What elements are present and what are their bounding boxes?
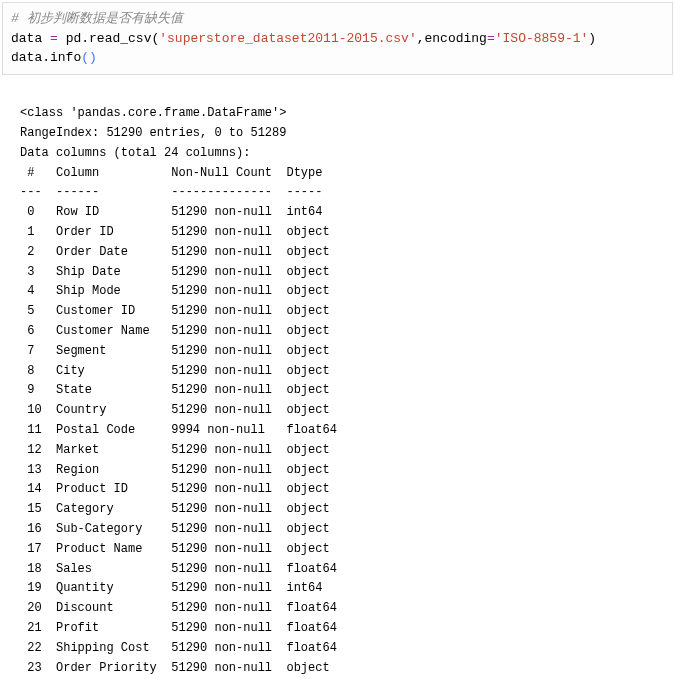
output-row: 8 City 51290 non-null object: [20, 364, 337, 378]
open-paren: (: [81, 50, 89, 65]
output-header: # Column Non-Null Count Dtype: [20, 166, 337, 180]
output-row: 7 Segment 51290 non-null object: [20, 344, 337, 358]
output-row: 11 Postal Code 9994 non-null float64: [20, 423, 337, 437]
output-row: 22 Shipping Cost 51290 non-null float64: [20, 641, 337, 655]
code-func: pd.read_csv(: [58, 31, 159, 46]
code-comment: # 初步判断数据是否有缺失值: [11, 11, 183, 26]
output-row: 21 Profit 51290 non-null float64: [20, 621, 337, 635]
output-row: 16 Sub-Category 51290 non-null object: [20, 522, 337, 536]
output-datacols: Data columns (total 24 columns):: [20, 146, 250, 160]
output-row: 18 Sales 51290 non-null float64: [20, 562, 337, 576]
output-cell: <class 'pandas.core.frame.DataFrame'> Ra…: [0, 77, 675, 680]
close-paren: ): [588, 31, 596, 46]
close-paren: ): [89, 50, 97, 65]
output-row: 23 Order Priority 51290 non-null object: [20, 661, 337, 675]
output-row: 12 Market 51290 non-null object: [20, 443, 337, 457]
output-row: 17 Product Name 51290 non-null object: [20, 542, 337, 556]
output-row: 6 Customer Name 51290 non-null object: [20, 324, 337, 338]
code-var: data: [11, 31, 50, 46]
output-row: 15 Category 51290 non-null object: [20, 502, 337, 516]
code-call: data.info: [11, 50, 81, 65]
string-literal: 'superstore_dataset2011-2015.csv': [159, 31, 416, 46]
output-row: 14 Product ID 51290 non-null object: [20, 482, 337, 496]
output-row: 1 Order ID 51290 non-null object: [20, 225, 337, 239]
output-row: 2 Order Date 51290 non-null object: [20, 245, 337, 259]
output-row: 9 State 51290 non-null object: [20, 383, 337, 397]
output-rangeindex: RangeIndex: 51290 entries, 0 to 51289: [20, 126, 286, 140]
output-row: 0 Row ID 51290 non-null int64: [20, 205, 337, 219]
assign-op: =: [50, 31, 58, 46]
output-row: 4 Ship Mode 51290 non-null object: [20, 284, 337, 298]
output-row: 19 Quantity 51290 non-null int64: [20, 581, 337, 595]
output-row: 20 Discount 51290 non-null float64: [20, 601, 337, 615]
output-row: 3 Ship Date 51290 non-null object: [20, 265, 337, 279]
assign-op: =: [487, 31, 495, 46]
code-text: ,encoding: [417, 31, 487, 46]
output-class: <class 'pandas.core.frame.DataFrame'>: [20, 106, 286, 120]
output-row: 10 Country 51290 non-null object: [20, 403, 337, 417]
output-row: 5 Customer ID 51290 non-null object: [20, 304, 337, 318]
output-divider: --- ------ -------------- -----: [20, 185, 337, 199]
output-row: 13 Region 51290 non-null object: [20, 463, 337, 477]
code-cell: # 初步判断数据是否有缺失值 data = pd.read_csv('super…: [2, 2, 673, 75]
string-literal: 'ISO-8859-1': [495, 31, 589, 46]
